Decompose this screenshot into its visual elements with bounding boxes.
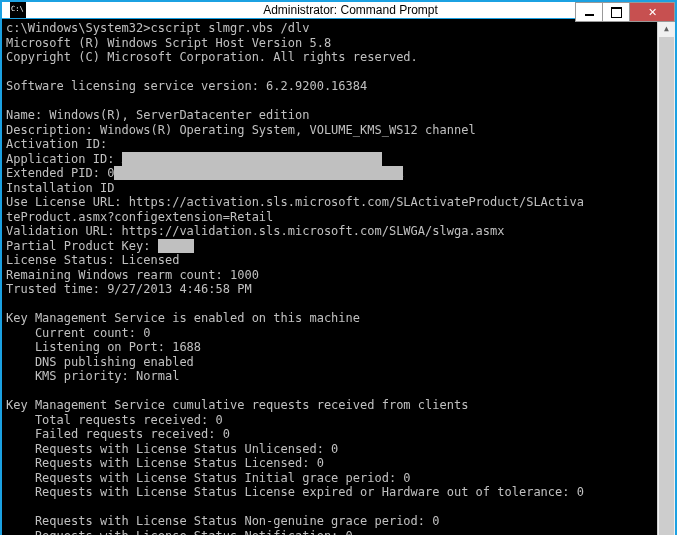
command-text: cscript slmgr.vbs /dlv bbox=[151, 21, 310, 35]
output-line: License Status: Licensed bbox=[6, 253, 179, 267]
output-line: Validation URL: https://validation.sls.m… bbox=[6, 224, 505, 238]
cmd-icon bbox=[10, 2, 26, 18]
command-prompt-window: Administrator: Command Prompt c:\Windows… bbox=[0, 0, 677, 535]
output-line: Microsoft (R) Windows Script Host Versio… bbox=[6, 36, 331, 50]
output-line: Name: Windows(R), ServerDatacenter editi… bbox=[6, 108, 309, 122]
output-line: Requests with License Status Non-genuine… bbox=[6, 514, 439, 528]
maximize-button[interactable] bbox=[602, 2, 630, 22]
output-line: Installation ID bbox=[6, 181, 114, 195]
output-line: Requests with License Status Unlicensed:… bbox=[6, 442, 338, 456]
output-line: Copyright (C) Microsoft Corporation. All… bbox=[6, 50, 418, 64]
output-line: Partial Product Key: bbox=[6, 239, 151, 253]
output-line: KMS priority: Normal bbox=[6, 369, 179, 383]
output-line: Listening on Port: 1688 bbox=[6, 340, 201, 354]
output-line: Failed requests received: 0 bbox=[6, 427, 230, 441]
output-line: Key Management Service is enabled on thi… bbox=[6, 311, 360, 325]
scrollbar-track[interactable] bbox=[658, 37, 675, 535]
console-output[interactable]: c:\Windows\System32>cscript slmgr.vbs /d… bbox=[2, 19, 657, 535]
output-line: Requests with License Status Notificatio… bbox=[6, 529, 353, 536]
titlebar[interactable]: Administrator: Command Prompt bbox=[2, 2, 675, 19]
output-line: Current count: 0 bbox=[6, 326, 151, 340]
output-line: DNS publishing enabled bbox=[6, 355, 194, 369]
output-line: Key Management Service cumulative reques… bbox=[6, 398, 468, 412]
window-controls bbox=[576, 2, 675, 24]
redacted-text: XXXX-XXXXX-XXX-XXXXXX-XX-XXXX-XXXX.XXXXX bbox=[114, 166, 403, 180]
output-line: Remaining Windows rearm count: 1000 bbox=[6, 268, 259, 282]
output-line: Requests with License Status Initial gra… bbox=[6, 471, 411, 485]
redacted-text: XXXXXXXX-XXXX-XXXX-XXXX-XXXXXXXXXXXX bbox=[122, 152, 382, 166]
output-line: Requests with License Status License exp… bbox=[6, 485, 584, 499]
minimize-button[interactable] bbox=[575, 2, 603, 22]
scrollbar-thumb[interactable] bbox=[659, 37, 674, 535]
output-line: Software licensing service version: 6.2.… bbox=[6, 79, 367, 93]
redacted-text: XXXXX bbox=[158, 239, 194, 253]
prompt-path: c:\Windows\System32> bbox=[6, 21, 151, 35]
output-line: Use License URL: https://activation.sls.… bbox=[6, 195, 584, 224]
output-line: Trusted time: 9/27/2013 4:46:58 PM bbox=[6, 282, 252, 296]
output-line: Total requests received: 0 bbox=[6, 413, 223, 427]
output-line: Description: Windows(R) Operating System… bbox=[6, 123, 476, 137]
console-area: c:\Windows\System32>cscript slmgr.vbs /d… bbox=[2, 19, 675, 535]
output-line: Extended PID: 0 bbox=[6, 166, 114, 180]
scrollbar[interactable]: ▲ ▼ bbox=[657, 19, 675, 535]
output-line: Activation ID: bbox=[6, 137, 107, 151]
close-button[interactable] bbox=[629, 2, 675, 22]
output-line: Application ID: bbox=[6, 152, 114, 166]
output-line: Requests with License Status Licensed: 0 bbox=[6, 456, 324, 470]
